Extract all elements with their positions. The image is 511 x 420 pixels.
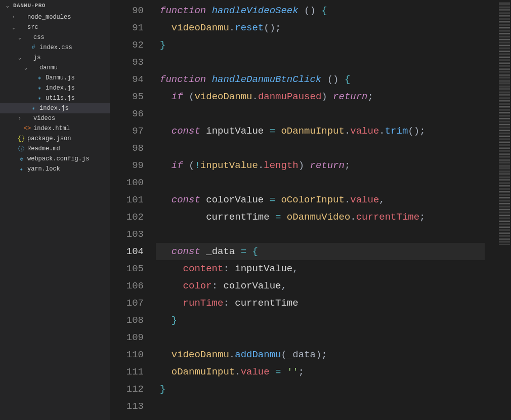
code-line[interactable]: function handleDanmuBtnClick () {: [160, 71, 498, 88]
code-line[interactable]: color: colorValue,: [160, 277, 498, 295]
chevron-right-icon[interactable]: ›: [16, 116, 23, 121]
code-line[interactable]: videoDanmu.addDanmu(_data);: [160, 346, 498, 363]
file-webpack-config[interactable]: ✲webpack.config.js: [0, 154, 110, 164]
minimap-line: [499, 54, 510, 55]
code-line[interactable]: [160, 140, 498, 157]
chevron-down-icon[interactable]: ⌄: [16, 55, 23, 61]
code-area[interactable]: function handleVideoSeek () { videoDanmu…: [156, 0, 498, 420]
code-line[interactable]: [160, 105, 498, 122]
minimap-line: [499, 3, 510, 4]
file-utils-js[interactable]: ✶utils.js: [0, 93, 110, 103]
minimap-line: [499, 244, 510, 245]
minimap-line: [499, 24, 510, 25]
code-editor[interactable]: 9091929394959697989910010110210310410510…: [110, 0, 511, 420]
minimap-line: [499, 203, 510, 204]
code-line[interactable]: videoDanmu.reset();: [160, 19, 498, 36]
minimap-line: [499, 188, 510, 189]
minimap-line: [499, 201, 510, 202]
minimap-line: [499, 50, 510, 51]
tree-item-label: utils.js: [46, 95, 75, 102]
js-icon: ✶: [35, 95, 44, 102]
folder-src[interactable]: ⌄src: [0, 22, 110, 32]
minimap-line: [499, 45, 510, 46]
minimap-line: [499, 223, 510, 224]
gear-icon: ✲: [17, 155, 25, 163]
code-line[interactable]: [160, 54, 498, 71]
minimap-line: [499, 186, 510, 187]
minimap-line: [499, 81, 510, 82]
minimap-line: [499, 107, 510, 108]
code-line[interactable]: if (!inputValue.length) return;: [160, 157, 498, 174]
minimap-line: [499, 16, 510, 17]
folder-js[interactable]: ⌄js: [0, 53, 110, 63]
minimap-line: [499, 147, 510, 148]
code-line[interactable]: }: [160, 381, 498, 398]
code-line[interactable]: function handleVideoSeek () {: [160, 2, 498, 19]
minimap-line: [499, 171, 510, 172]
minimap-line: [499, 86, 510, 87]
folder-node-modules[interactable]: ›node_modules: [0, 12, 110, 22]
file-index-css[interactable]: #index.css: [0, 43, 110, 53]
line-number: 113: [110, 398, 156, 415]
line-number: 110: [110, 346, 156, 363]
code-line[interactable]: [160, 398, 498, 415]
line-number-gutter: 9091929394959697989910010110210310410510…: [110, 0, 156, 420]
minimap-line: [499, 92, 510, 93]
minimap-line: [499, 115, 510, 116]
code-line[interactable]: const colorValue = oColorInput.value,: [160, 191, 498, 208]
folder-videos[interactable]: ›videos: [0, 113, 110, 123]
code-line[interactable]: [160, 226, 498, 243]
file-index-html[interactable]: <>index.html: [0, 123, 110, 134]
minimap-line: [499, 71, 510, 72]
code-line[interactable]: oDanmuInput.value = '';: [160, 363, 498, 381]
chevron-down-icon[interactable]: ⌄: [22, 65, 29, 71]
code-line[interactable]: [160, 174, 498, 191]
minimap-line: [499, 129, 510, 130]
code-line[interactable]: if (videoDanmu.danmuPaused) return;: [160, 88, 498, 105]
code-line[interactable]: const _data = {: [160, 243, 498, 260]
file-yarn-lock[interactable]: ✦yarn.lock: [0, 164, 110, 174]
code-line[interactable]: }: [160, 36, 498, 54]
minimap-line: [499, 217, 510, 218]
line-number: 111: [110, 363, 156, 381]
minimap-line: [499, 31, 510, 32]
minimap-line: [499, 173, 510, 174]
folder-danmu[interactable]: ⌄danmu: [0, 63, 110, 73]
chevron-down-icon[interactable]: ⌄: [10, 24, 17, 30]
minimap-line: [499, 39, 510, 40]
file-js-index-js[interactable]: ✶index.js: [0, 103, 110, 113]
minimap-line: [499, 179, 510, 180]
minimap-line: [499, 183, 510, 184]
chevron-right-icon[interactable]: ›: [10, 15, 17, 20]
minimap-line: [499, 89, 510, 90]
file-danmu-index-js[interactable]: ✶index.js: [0, 83, 110, 93]
code-line[interactable]: const inputValue = oDanmuInput.value.tri…: [160, 122, 498, 140]
minimap-line: [499, 112, 510, 113]
line-number: 102: [110, 208, 156, 226]
minimap-line: [499, 22, 510, 23]
code-line[interactable]: [160, 329, 498, 346]
minimap-line: [499, 211, 510, 212]
tree-item-label: index.js: [39, 105, 69, 112]
file-package-json[interactable]: {}package.json: [0, 134, 110, 144]
code-line[interactable]: currentTime = oDanmuVideo.currentTime;: [160, 208, 498, 226]
minimap-line: [499, 85, 510, 86]
file-readme-md[interactable]: ⓘReadme.md: [0, 144, 110, 154]
minimap-line: [499, 42, 510, 43]
minimap-line: [499, 198, 510, 199]
chevron-down-icon[interactable]: ⌄: [16, 34, 23, 40]
code-line[interactable]: runTime: currentTime: [160, 295, 498, 312]
project-header[interactable]: ⌄ DANMU-PRO: [0, 0, 110, 11]
minimap[interactable]: [498, 0, 511, 420]
file-danmu-js[interactable]: ✶Danmu.js: [0, 73, 110, 83]
minimap-line: [499, 15, 510, 16]
line-number: 103: [110, 226, 156, 243]
minimap-line: [499, 189, 510, 190]
minimap-line: [499, 65, 510, 66]
minimap-line: [499, 142, 510, 143]
folder-css[interactable]: ⌄css: [0, 32, 110, 43]
minimap-line: [499, 207, 510, 208]
tree-item-label: index.css: [39, 44, 72, 51]
code-line[interactable]: content: inputValue,: [160, 260, 498, 277]
code-line[interactable]: }: [160, 312, 498, 329]
